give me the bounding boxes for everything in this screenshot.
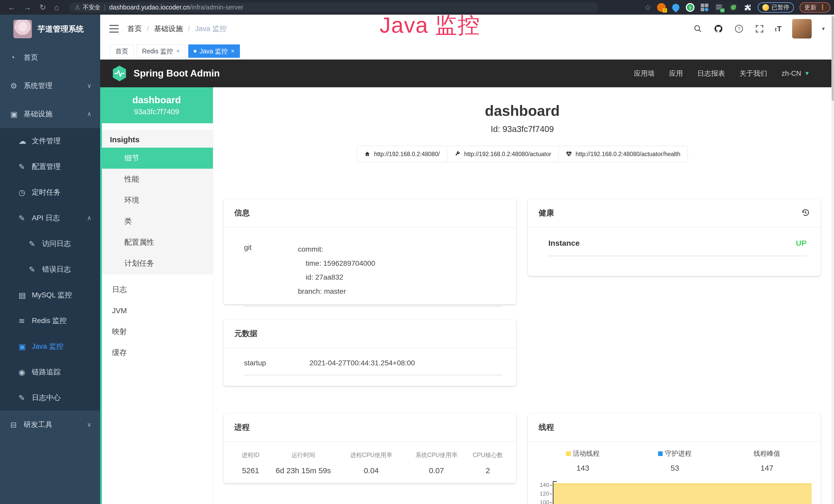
extensions-puzzle-icon[interactable] [743, 3, 752, 12]
breadcrumb-infrastructure[interactable]: 基础设施 [154, 24, 183, 33]
help-icon[interactable]: ? [734, 24, 744, 34]
actuator-url-button[interactable]: http://192.168.0.2:48080/actuator [447, 146, 559, 162]
sidebar-item-mysql-monitor[interactable]: ▤ MySQL 监控 [0, 282, 100, 308]
sidebar-item-home[interactable]: ◔ 首页 [0, 43, 100, 72]
threads-card: 线程 活动线程 143 守护进程 53 线程峰值 147 [528, 413, 821, 504]
health-url-button[interactable]: http://192.168.0.2:48080/actuator/health [558, 146, 688, 162]
menu-item-caches[interactable]: 缓存 [100, 342, 213, 363]
sidebar-item-scheduled-jobs[interactable]: ◷ 定时任务 [0, 180, 100, 205]
github-icon[interactable] [713, 24, 724, 34]
app-logo-image [13, 20, 32, 38]
extension-green-icon[interactable]: y [686, 3, 695, 12]
instance-id: 93a3fc7f7409 [134, 108, 179, 116]
legend-swatch-yellow [566, 451, 571, 456]
metadata-value: 2021-04-27T00:44:31.254+08:00 [309, 359, 415, 367]
log-edit-icon: ✎ [29, 239, 42, 248]
extension-list-icon[interactable]: on [715, 3, 723, 12]
process-cpu: 0.04 [336, 466, 406, 475]
address-bar[interactable]: ⚠ 不安全 dashboard.yudao.iocoder.cn /infra/… [69, 2, 598, 13]
log-edit-icon: ✎ [19, 214, 32, 223]
user-avatar[interactable] [792, 19, 812, 39]
browser-menu-kebab-icon[interactable]: ⋮ [819, 3, 826, 11]
sidebar-item-config-mgmt[interactable]: ✎ 配置管理 [0, 154, 100, 180]
menu-item-logs[interactable]: 日志 [100, 279, 213, 300]
menu-item-details[interactable]: 细节 [100, 147, 213, 169]
sidebar-item-dev-tools[interactable]: ⊟ 研发工具 ∨ [0, 411, 100, 439]
extension-leaf-icon[interactable] [729, 3, 738, 12]
threads-card-title: 线程 [539, 422, 554, 433]
search-icon[interactable] [693, 24, 703, 34]
url-path: /infra/admin-server [190, 4, 243, 11]
threads-chart-plot [553, 481, 813, 504]
sba-brand[interactable]: Spring Boot Admin [112, 65, 220, 82]
sidebar-item-error-logs[interactable]: ✎ 错误日志 [0, 256, 100, 282]
health-card-title: 健康 [539, 208, 554, 218]
menu-item-environment[interactable]: 环境 [100, 190, 213, 211]
active-dot [194, 50, 197, 53]
annotation-java-monitor: Java 监控 [380, 10, 480, 40]
sidebar-item-file-mgmt[interactable]: ☁ 文件管理 [0, 128, 100, 154]
menu-item-config-props[interactable]: 配置属性 [100, 232, 213, 253]
sidebar-item-redis-monitor[interactable]: ≋ Redis 监控 [0, 308, 100, 334]
close-icon[interactable]: × [231, 47, 235, 55]
sidebar-item-access-logs[interactable]: ✎ 访问日志 [0, 231, 100, 256]
process-table-header: 进程ID 运行时间 进程CPU使用率 系统CPU使用率 CPU核心数 [231, 451, 509, 459]
sba-nav-wallboard[interactable]: 应用墙 [634, 69, 655, 78]
scrollbar-thumb[interactable] [832, 16, 834, 101]
cloud-upload-icon: ☁ [19, 137, 32, 145]
extension-pin-icon[interactable] [672, 3, 680, 12]
browser-forward-icon[interactable]: → [24, 4, 31, 11]
extension-orange-icon[interactable]: 1 [657, 3, 666, 12]
menu-item-mappings[interactable]: 映射 [100, 321, 213, 342]
sba-logo-icon [112, 65, 127, 82]
sba-nav-journal[interactable]: 日志报表 [697, 69, 725, 78]
extension-badge: 1 [663, 8, 667, 13]
menu-item-classes[interactable]: 类 [100, 211, 213, 232]
metadata-key: startup [244, 359, 309, 367]
clock-icon: ◷ [19, 188, 32, 197]
instance-header[interactable]: dashboard 93a3fc7f7409 [100, 87, 213, 123]
eye-icon: ◉ [19, 368, 32, 377]
browser-back-icon[interactable]: ← [8, 4, 16, 11]
extension-grid-icon[interactable] [700, 3, 709, 12]
tab-redis-monitor[interactable]: Redis 监控 × [137, 44, 185, 58]
browser-update-button[interactable]: 更新 ⋮ [799, 2, 830, 13]
metadata-startup-row: startup 2021-04-27T00:44:31.254+08:00 [244, 356, 502, 375]
extension-on-badge: on [720, 8, 725, 13]
profile-paused-chip[interactable]: 已暂停 [758, 2, 794, 13]
sidebar-item-tracing[interactable]: ◉ 链路追踪 [0, 359, 100, 385]
sidebar-item-log-center[interactable]: ✎ 日志中心 [0, 385, 100, 411]
browser-home-icon[interactable]: ⌂ [54, 4, 59, 11]
bookmark-star-icon[interactable]: ☆ [644, 3, 651, 12]
browser-scrollbar[interactable] [831, 15, 834, 504]
tab-home[interactable]: 首页 [110, 44, 134, 58]
tags-view-bar: 首页 Redis 监控 × Java 监控 × [100, 43, 834, 60]
menu-item-metrics[interactable]: 性能 [100, 169, 213, 190]
health-history-icon[interactable] [801, 208, 810, 218]
sba-nav-about[interactable]: 关于我们 [740, 69, 767, 78]
close-icon[interactable]: × [176, 47, 180, 55]
tab-java-monitor[interactable]: Java 监控 × [188, 44, 240, 58]
menu-item-scheduled-tasks[interactable]: 计划任务 [100, 253, 213, 274]
instance-name: dashboard [132, 95, 181, 106]
log-edit-icon: ✎ [19, 393, 32, 402]
fullscreen-icon[interactable] [754, 24, 765, 34]
font-size-icon[interactable]: tT [775, 24, 782, 33]
browser-reload-icon[interactable]: ↻ [40, 4, 46, 11]
sba-nav-applications[interactable]: 应用 [669, 69, 683, 78]
app-logo-row[interactable]: 芋道管理系统 [0, 15, 100, 43]
sidebar-item-infrastructure[interactable]: ▣ 基础设施 ∧ [0, 100, 100, 128]
sidebar-item-api-logs[interactable]: ✎ API 日志 ∧ [0, 205, 100, 231]
app-sidebar: 芋道管理系统 ◔ 首页 ⚙ 系统管理 ∨ ▣ 基础设施 ∧ ☁ 文件管理 ✎ 配… [0, 15, 100, 504]
breadcrumb-home[interactable]: 首页 [127, 24, 142, 33]
profile-emoji-icon [762, 4, 769, 11]
sidebar-item-java-monitor[interactable]: ▣ Java 监控 [0, 334, 100, 359]
menu-item-jvm[interactable]: JVM [100, 300, 213, 321]
caret-down-icon[interactable]: ▾ [822, 25, 825, 32]
sba-locale-select[interactable]: zh-CN ▼ [782, 70, 810, 77]
service-url-button[interactable]: http://192.168.0.2:48080/ [357, 146, 447, 162]
process-card: 进程 进程ID 运行时间 进程CPU使用率 系统CPU使用率 CPU核心数 52… [223, 413, 516, 483]
live-threads-area [553, 483, 812, 504]
sidebar-item-system-mgmt[interactable]: ⚙ 系统管理 ∨ [0, 72, 100, 100]
sidebar-collapse-button[interactable] [109, 25, 119, 32]
